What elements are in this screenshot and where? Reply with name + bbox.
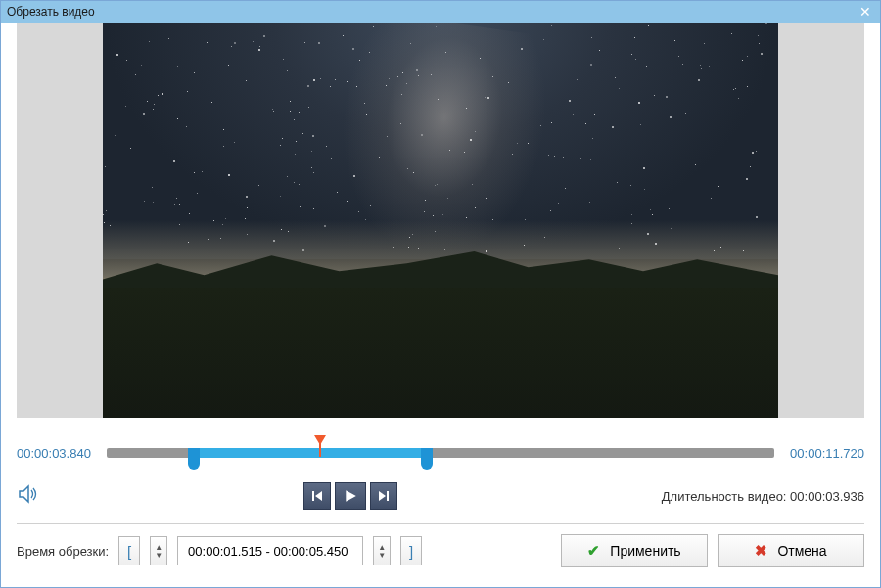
cancel-button[interactable]: ✖ Отмена: [718, 534, 864, 567]
next-frame-button[interactable]: [370, 482, 397, 510]
trim-start-spinner[interactable]: ▲ ▼: [150, 536, 167, 565]
set-end-bracket-button[interactable]: ]: [400, 536, 422, 565]
trim-handle-end[interactable]: [421, 448, 433, 470]
trim-handle-start[interactable]: [188, 448, 200, 470]
titlebar: Обрезать видео ✕: [1, 1, 880, 23]
timeline-row: 00:00:03.840 00:00:11.720: [17, 433, 864, 473]
content-area: 00:00:03.840 00:00:11.720: [1, 23, 880, 577]
svg-rect-0: [312, 491, 314, 501]
trim-time-label: Время обрезки:: [17, 544, 109, 559]
playhead[interactable]: [314, 435, 326, 455]
window-title: Обрезать видео: [7, 5, 95, 19]
svg-rect-1: [387, 491, 389, 501]
chevron-down-icon: ▼: [378, 552, 386, 559]
timeline-track[interactable]: [107, 441, 774, 465]
volume-icon[interactable]: [17, 484, 40, 509]
play-controls: [303, 482, 397, 510]
cancel-button-label: Отмена: [777, 543, 826, 559]
x-icon: ✖: [755, 542, 767, 560]
bottom-row: Время обрезки: [ ▲ ▼ 00:00:01.515 - 00:0…: [17, 534, 864, 577]
divider: [17, 523, 864, 524]
duration-value: 00:00:03.936: [790, 489, 864, 504]
apply-button[interactable]: ✔ Применить: [561, 534, 708, 567]
apply-button-label: Применить: [610, 543, 680, 559]
playhead-line: [319, 443, 321, 457]
set-start-bracket-button[interactable]: [: [118, 536, 140, 565]
chevron-down-icon: ▼: [155, 552, 162, 559]
total-time-label: 00:00:11.720: [786, 446, 864, 461]
close-icon[interactable]: ✕: [857, 4, 874, 20]
check-icon: ✔: [587, 542, 600, 560]
play-button[interactable]: [335, 482, 366, 510]
ground: [103, 288, 778, 418]
prev-frame-button[interactable]: [303, 482, 331, 510]
track-selection: [194, 448, 428, 458]
current-time-label: 00:00:03.840: [17, 446, 95, 461]
preview-container: [17, 23, 864, 418]
duration-label: Длительность видео: 00:00:03.936: [662, 489, 864, 504]
chevron-up-icon: ▲: [378, 544, 386, 551]
chevron-up-icon: ▲: [155, 544, 162, 551]
duration-prefix: Длительность видео:: [662, 489, 790, 504]
trim-range-field[interactable]: 00:00:01.515 - 00:00:05.450: [177, 536, 363, 565]
video-preview[interactable]: [103, 23, 778, 418]
trim-end-spinner[interactable]: ▲ ▼: [373, 536, 391, 565]
playback-controls-row: Длительность видео: 00:00:03.936: [17, 482, 864, 510]
